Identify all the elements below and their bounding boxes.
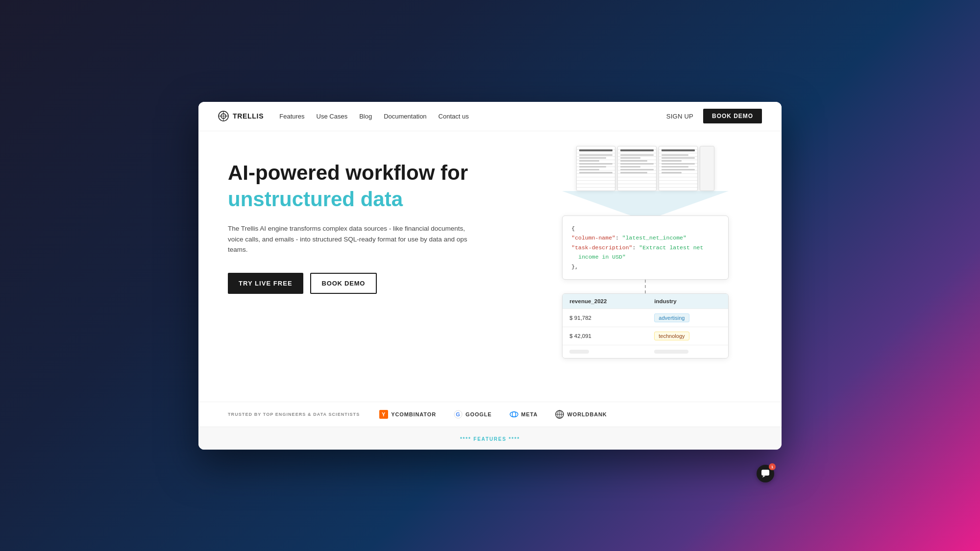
worldbank-label: WORLDBANK xyxy=(567,411,607,417)
svg-marker-4 xyxy=(562,191,729,216)
placeholder-bar-2 xyxy=(654,350,688,354)
cell-industry-2: technology xyxy=(647,327,728,345)
doc-card-1 xyxy=(576,146,615,191)
sign-up-link[interactable]: SIGN UP xyxy=(666,113,693,120)
cell-industry-1: advertising xyxy=(647,309,728,327)
nav-link-contact[interactable]: Contact us xyxy=(439,113,469,120)
features-footer: **** FEATURES **** xyxy=(198,427,782,450)
funnel-svg xyxy=(562,191,729,216)
table-row: $ 42,091 technology xyxy=(563,327,728,345)
placeholder-bar-1 xyxy=(569,350,589,354)
chat-icon xyxy=(761,469,770,478)
svg-point-9 xyxy=(510,411,517,417)
trusted-label: TRUSTED BY TOP ENGINEERS & DATA SCIENTIS… xyxy=(228,412,360,417)
svg-marker-16 xyxy=(762,476,765,478)
table-row: $ 91,782 advertising xyxy=(563,309,728,327)
nav-link-documentation[interactable]: Documentation xyxy=(384,113,426,120)
placeholder-cell-1 xyxy=(563,345,647,359)
svg-rect-15 xyxy=(761,470,769,476)
logo-area[interactable]: TRELLIS xyxy=(218,111,264,121)
svg-point-10 xyxy=(512,411,515,417)
worldbank-icon xyxy=(555,410,564,419)
brand-google: G GOOGLE xyxy=(454,410,492,419)
cell-revenue-1: $ 91,782 xyxy=(563,309,647,327)
hero-title-line2: unstructured data xyxy=(228,187,500,212)
hero-buttons: TRY LIVE FREE BOOK DEMO xyxy=(228,273,500,294)
json-brace-open: { xyxy=(571,224,719,234)
trusted-logos: Y YCOMBINATOR G GOOGLE xyxy=(379,410,607,419)
cell-revenue-2: $ 42,091 xyxy=(563,327,647,345)
col-header-industry: industry xyxy=(647,294,728,309)
badge-technology: technology xyxy=(654,332,689,340)
json-row-1: "column-name": "latest_net_income" xyxy=(571,233,719,243)
trellis-logo-icon xyxy=(218,111,229,121)
meta-icon xyxy=(510,410,518,419)
ycombinator-icon: Y xyxy=(379,410,388,419)
badge-advertising: advertising xyxy=(654,313,689,322)
document-cards xyxy=(562,146,729,191)
brand-ycombinator: Y YCOMBINATOR xyxy=(379,410,436,419)
brand-meta: META xyxy=(510,410,538,419)
hero-right: { "column-name": "latest_net_income" "ta… xyxy=(519,131,782,402)
chat-widget[interactable]: 1 xyxy=(757,465,774,482)
json-row-2b: income in USD" xyxy=(571,252,719,262)
placeholder-cell-2 xyxy=(647,345,728,359)
trusted-bar: TRUSTED BY TOP ENGINEERS & DATA SCIENTIS… xyxy=(198,402,782,427)
google-label: GOOGLE xyxy=(466,411,492,417)
meta-label: META xyxy=(521,411,538,417)
funnel-connector xyxy=(562,191,729,216)
table-header: revenue_2022 industry xyxy=(563,294,728,309)
features-text: **** FEATURES **** xyxy=(460,436,520,442)
svg-text:G: G xyxy=(456,411,460,417)
book-demo-button[interactable]: BOOK DEMO xyxy=(310,273,377,294)
json-row-2: "task-description": "Extract latest net xyxy=(571,243,719,253)
doc-card-4 xyxy=(700,146,714,191)
logo-text: TRELLIS xyxy=(233,112,264,120)
main-content: AI-powered workflow for unstructured dat… xyxy=(198,131,782,402)
google-icon: G xyxy=(454,410,463,419)
nav-left: TRELLIS Features Use Cases Blog Document… xyxy=(218,111,469,121)
nav-right: SIGN UP BOOK DEMO xyxy=(666,109,762,123)
hero-left: AI-powered workflow for unstructured dat… xyxy=(198,131,519,402)
ycombinator-label: YCOMBINATOR xyxy=(391,411,436,417)
dotted-connector-line xyxy=(645,280,646,293)
data-table-container: revenue_2022 industry $ 91,782 advertisi… xyxy=(562,293,729,359)
json-box: { "column-name": "latest_net_income" "ta… xyxy=(562,216,729,280)
nav-links: Features Use Cases Blog Documentation Co… xyxy=(279,113,469,120)
hero-description: The Trellis AI engine transforms complex… xyxy=(228,223,473,255)
browser-window: TRELLIS Features Use Cases Blog Document… xyxy=(198,102,782,450)
json-brace-close: }, xyxy=(571,262,719,272)
hero-title-line1: AI-powered workflow for xyxy=(228,161,500,185)
svg-text:Y: Y xyxy=(382,411,386,417)
hero-visual: { "column-name": "latest_net_income" "ta… xyxy=(562,146,729,359)
book-demo-nav-button[interactable]: BOOK DEMO xyxy=(703,109,762,123)
navbar: TRELLIS Features Use Cases Blog Document… xyxy=(198,102,782,131)
table-placeholder-row xyxy=(563,345,728,359)
data-table: revenue_2022 industry $ 91,782 advertisi… xyxy=(563,294,728,358)
doc-card-2 xyxy=(617,146,657,191)
doc-card-3 xyxy=(659,146,698,191)
nav-link-features[interactable]: Features xyxy=(279,113,304,120)
chat-badge: 1 xyxy=(769,463,776,470)
nav-link-blog[interactable]: Blog xyxy=(359,113,372,120)
col-header-revenue: revenue_2022 xyxy=(563,294,647,309)
try-live-button[interactable]: TRY LIVE FREE xyxy=(228,273,303,294)
table-body: $ 91,782 advertising $ 42,091 technology xyxy=(563,309,728,359)
brand-worldbank: WORLDBANK xyxy=(555,410,607,419)
nav-link-use-cases[interactable]: Use Cases xyxy=(317,113,348,120)
